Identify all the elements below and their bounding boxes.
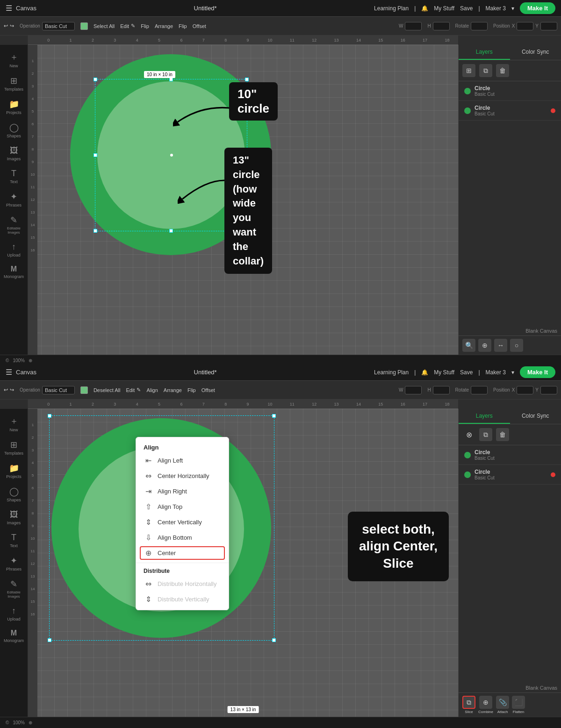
sidebar-item-templates-bottom[interactable]: ⊞ Templates xyxy=(2,437,26,458)
center-item[interactable]: ⊕ Center xyxy=(136,545,229,561)
toolbar-color-bottom[interactable] xyxy=(80,386,88,394)
tab-layers-top[interactable]: Layers xyxy=(459,45,510,60)
sidebar-item-monogram-top[interactable]: M Monogram xyxy=(2,262,26,282)
undo-icon-top[interactable]: ↩ xyxy=(4,23,8,29)
deselect-all-label-bottom[interactable]: Deselect All xyxy=(94,387,120,393)
save-link-bottom[interactable]: Save xyxy=(460,369,473,376)
layers-delete-icon-bottom[interactable]: 🗑 xyxy=(496,428,509,441)
flip2-top[interactable]: Flip xyxy=(179,23,187,29)
flip-top[interactable]: Flip xyxy=(141,23,149,29)
make-it-button-top[interactable]: Make It xyxy=(520,2,555,14)
edit-label-top[interactable]: Edit xyxy=(120,23,129,29)
undo-icon-bottom[interactable]: ↩ xyxy=(4,387,8,393)
sidebar-item-phrases-top[interactable]: ✦ Phrases xyxy=(2,189,26,210)
redo-icon-top[interactable]: ↪ xyxy=(10,23,14,29)
sidebar-item-shapes-top[interactable]: ◯ Shapes xyxy=(2,120,26,141)
edit-top[interactable]: Edit ✎ xyxy=(120,23,135,29)
handle-bm-top[interactable] xyxy=(169,229,173,233)
layer-item-1-top[interactable]: Circle Basic Cut xyxy=(459,81,561,101)
size-w-input-top[interactable]: 10 xyxy=(405,22,422,30)
select-all-label-top[interactable]: Select All xyxy=(94,23,115,29)
sidebar-item-upload-top[interactable]: ↑ Upload xyxy=(2,239,26,260)
sidebar-item-monogram-bottom[interactable]: M Monogram xyxy=(2,626,26,646)
layer-item-2-bottom[interactable]: Circle Basic Cut xyxy=(459,465,561,485)
handle-ml-top[interactable] xyxy=(94,153,97,157)
operation-input-bottom[interactable] xyxy=(42,386,75,394)
maker-select-top[interactable]: Maker 3 xyxy=(486,5,506,12)
align-dropdown-menu[interactable]: Align ⇤ Align Left ⇔ Center Horizontally… xyxy=(136,437,229,610)
tab-color-sync-bottom[interactable]: Color Sync xyxy=(510,409,561,424)
flip2-label-top[interactable]: Flip xyxy=(179,23,187,29)
size-h-input-bottom[interactable]: 13 xyxy=(433,386,450,394)
canvas-tool-1-top[interactable]: 🔍 xyxy=(462,339,475,352)
learning-plan-link-top[interactable]: Learning Plan xyxy=(374,5,409,12)
maker-select-bottom[interactable]: Maker 3 xyxy=(486,369,506,376)
handle-tr-top[interactable] xyxy=(245,78,249,81)
align-label-bottom[interactable]: Align xyxy=(146,387,158,393)
flip-bottom[interactable]: Flip xyxy=(187,387,196,393)
toolbar-undo-bottom[interactable]: ↩ ↪ xyxy=(4,387,14,393)
pos-x-input-top[interactable]: 1 xyxy=(517,22,533,30)
rotate-input-bottom[interactable]: 0 xyxy=(471,386,488,394)
arrange-top[interactable]: Arrange xyxy=(155,23,173,29)
pos-x-input-bottom[interactable]: 0.5 xyxy=(517,386,533,394)
handle-bl-bottom[interactable] xyxy=(48,638,51,642)
arrange-bottom[interactable]: Arrange xyxy=(164,387,182,393)
sidebar-item-shapes-bottom[interactable]: ◯ Shapes xyxy=(2,484,26,505)
flip-label-top[interactable]: Flip xyxy=(141,23,149,29)
sidebar-item-phrases-bottom[interactable]: ✦ Phrases xyxy=(2,553,26,574)
offset-bottom[interactable]: Offset xyxy=(201,387,215,393)
deselect-all-bottom[interactable]: Deselect All xyxy=(94,387,120,393)
select-all-top[interactable]: Select All xyxy=(94,23,115,29)
offset-label-top[interactable]: Offset xyxy=(193,23,206,29)
my-stuff-link-top[interactable]: My Stuff xyxy=(434,5,454,12)
pos-y-input-top[interactable]: 1 xyxy=(540,22,557,30)
canvas-tool-4-top[interactable]: ○ xyxy=(510,339,523,352)
align-bottom-item[interactable]: ⇩ Align Bottom xyxy=(136,530,229,545)
sidebar-item-images-top[interactable]: 🖼 Images xyxy=(2,143,26,164)
arrange-label-top[interactable]: Arrange xyxy=(155,23,173,29)
hamburger-icon-bottom[interactable]: ☰ xyxy=(6,368,12,377)
redo-icon-bottom[interactable]: ↪ xyxy=(10,387,14,393)
sidebar-item-new-bottom[interactable]: ＋ New xyxy=(2,413,26,435)
handle-tl-bottom[interactable] xyxy=(48,414,51,418)
center-h-item[interactable]: ⇔ Center Horizontally xyxy=(136,468,229,484)
layer-item-2-top[interactable]: Circle Basic Cut xyxy=(459,101,561,121)
my-stuff-link-bottom[interactable]: My Stuff xyxy=(434,369,454,376)
align-right-item[interactable]: ⇥ Align Right xyxy=(136,484,229,499)
sidebar-item-images-bottom[interactable]: 🖼 Images xyxy=(2,507,26,528)
handle-tl-top[interactable] xyxy=(94,78,97,81)
handle-tr-bottom[interactable] xyxy=(272,414,276,418)
sidebar-item-text-bottom[interactable]: T Text xyxy=(2,530,26,551)
sidebar-item-projects-bottom[interactable]: 📁 Projects xyxy=(2,460,26,482)
align-left-item[interactable]: ⇤ Align Left xyxy=(136,453,229,468)
canvas-tool-2-top[interactable]: ⊕ xyxy=(478,339,491,352)
tab-color-sync-top[interactable]: Color Sync xyxy=(510,45,561,60)
sidebar-item-templates-top[interactable]: ⊞ Templates xyxy=(2,73,26,94)
slice-icon-item-slice[interactable]: ⧉ Slice xyxy=(462,696,475,714)
layers-delete-icon-top[interactable]: 🗑 xyxy=(496,64,509,77)
edit-bottom[interactable]: Edit ✎ xyxy=(126,387,141,393)
center-v-item[interactable]: ⇕ Center Vertically xyxy=(136,514,229,530)
rotate-input-top[interactable]: 0 xyxy=(471,22,488,30)
size-h-input-top[interactable]: 10 xyxy=(433,22,450,30)
pos-y-input-bottom[interactable]: 0.5 xyxy=(540,386,557,394)
learning-plan-link-bottom[interactable]: Learning Plan xyxy=(374,369,409,376)
make-it-button-bottom[interactable]: Make It xyxy=(520,366,555,378)
slice-icon-item-attach[interactable]: 📎 Attach xyxy=(496,696,509,714)
hamburger-menu-bottom[interactable]: ☰ Canvas xyxy=(6,368,36,377)
hamburger-icon[interactable]: ☰ xyxy=(6,4,12,13)
layer-item-1-bottom[interactable]: Circle Basic Cut xyxy=(459,445,561,465)
handle-bl-top[interactable] xyxy=(94,229,97,233)
sidebar-item-editable-top[interactable]: ✎ Editable Images xyxy=(2,212,26,237)
sidebar-item-new-top[interactable]: ＋ New xyxy=(2,49,26,71)
handle-tm-top[interactable] xyxy=(169,78,173,81)
align-bottom[interactable]: Align xyxy=(146,387,158,393)
edit-label-bottom[interactable]: Edit xyxy=(126,387,135,393)
save-link-top[interactable]: Save xyxy=(460,5,473,12)
hamburger-menu[interactable]: ☰ Canvas xyxy=(6,4,36,13)
tab-layers-bottom[interactable]: Layers xyxy=(459,409,510,424)
canvas-tool-3-top[interactable]: ↔ xyxy=(494,339,507,352)
sidebar-item-projects-top[interactable]: 📁 Projects xyxy=(2,96,26,118)
sidebar-item-upload-bottom[interactable]: ↑ Upload xyxy=(2,603,26,624)
